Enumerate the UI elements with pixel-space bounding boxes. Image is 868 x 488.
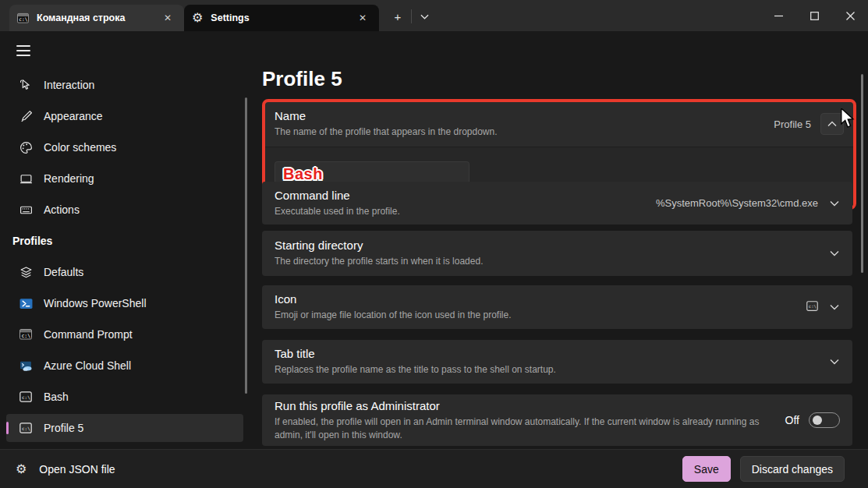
layers-icon bbox=[19, 265, 33, 279]
minimize-icon bbox=[774, 12, 783, 20]
sidebar-item-actions[interactable]: Actions bbox=[6, 196, 243, 224]
sidebar-item-profile-5[interactable]: c:\ Profile 5 bbox=[6, 414, 243, 442]
close-tab-icon[interactable]: ✕ bbox=[354, 9, 371, 27]
close-window-button[interactable] bbox=[832, 0, 868, 31]
divider bbox=[411, 9, 412, 23]
sidebar-item-rendering[interactable]: Rendering bbox=[6, 164, 243, 193]
sidebar-item-bash[interactable]: c:\ Bash bbox=[6, 383, 243, 411]
tab-settings[interactable]: ⚙ Settings ✕ bbox=[184, 5, 379, 31]
profile-icon-preview: c:\ bbox=[806, 300, 818, 315]
palette-icon bbox=[19, 140, 33, 154]
sidebar-item-appearance[interactable]: Appearance bbox=[6, 102, 243, 130]
sidebar-item-command-prompt[interactable]: c:\ Command Prompt bbox=[6, 320, 243, 348]
setting-description: The directory the profile starts in when… bbox=[275, 255, 806, 267]
terminal-icon: c:\ bbox=[19, 390, 33, 404]
minimize-button[interactable] bbox=[760, 0, 796, 31]
selection-accent-bar bbox=[6, 422, 9, 434]
setting-label: Name bbox=[275, 109, 774, 122]
azure-cloud-shell-icon bbox=[19, 359, 33, 373]
save-button[interactable]: Save bbox=[682, 456, 731, 482]
setting-value: Profile 5 bbox=[774, 118, 811, 130]
hamburger-menu-button[interactable] bbox=[11, 39, 36, 62]
setting-description: Executable used in the profile. bbox=[275, 205, 643, 217]
sidebar-scrollbar[interactable] bbox=[245, 97, 247, 394]
setting-label: Icon bbox=[275, 292, 794, 306]
sidebar-item-label: Profile 5 bbox=[44, 422, 83, 434]
open-json-file-label: Open JSON file bbox=[39, 463, 115, 476]
sidebar-item-label: Windows PowerShell bbox=[44, 297, 147, 309]
setting-row-name[interactable]: Name The name of the profile that appear… bbox=[265, 102, 853, 146]
tab-command-prompt[interactable]: c:\ Командная строка ✕ bbox=[9, 5, 184, 31]
sidebar-item-label: Color schemes bbox=[44, 141, 116, 154]
discard-changes-button[interactable]: Discard changes bbox=[740, 456, 845, 482]
toggle-state-label: Off bbox=[785, 414, 799, 426]
interaction-cursor-icon bbox=[19, 78, 33, 92]
tab-title: Settings bbox=[211, 12, 354, 23]
sidebar-item-label: Interaction bbox=[44, 79, 94, 91]
typed-text-annotation: Bash bbox=[283, 165, 323, 183]
profiles-section-header: Profiles bbox=[12, 227, 239, 255]
setting-description: Replaces the profile name as the title t… bbox=[275, 363, 806, 376]
sidebar-item-label: Bash bbox=[44, 391, 69, 403]
close-tab-icon[interactable]: ✕ bbox=[159, 9, 176, 27]
setting-row-starting-directory[interactable]: Starting directory The directory the pro… bbox=[262, 231, 852, 276]
terminal-icon: c:\ bbox=[19, 421, 33, 435]
windows-terminal-settings-window: c:\ Командная строка ✕ ⚙ Settings ✕ + bbox=[0, 0, 868, 488]
svg-text:c:\: c:\ bbox=[19, 16, 27, 21]
sidebar-item-label: Appearance bbox=[44, 110, 103, 122]
setting-label: Tab title bbox=[275, 347, 806, 360]
setting-row-icon[interactable]: Icon Emoji or image file location of the… bbox=[262, 285, 852, 329]
keyboard-icon bbox=[19, 203, 33, 217]
setting-label: Starting directory bbox=[275, 239, 806, 252]
powershell-icon bbox=[19, 296, 33, 310]
cmd-icon: c:\ bbox=[17, 12, 29, 24]
paintbrush-icon bbox=[19, 109, 33, 123]
setting-row-command-line[interactable]: Command line Executable used in the prof… bbox=[262, 182, 852, 225]
chevron-up-icon bbox=[827, 121, 837, 127]
setting-row-tab-title[interactable]: Tab title Replaces the profile name as t… bbox=[262, 340, 852, 384]
setting-label: Command line bbox=[275, 189, 643, 202]
close-icon bbox=[846, 12, 855, 20]
settings-sidebar: Interaction Appearance Color schemes Ren… bbox=[0, 31, 251, 449]
sidebar-item-label: Command Prompt bbox=[44, 328, 133, 341]
svg-text:c:\: c:\ bbox=[22, 426, 30, 431]
tab-title: Командная строка bbox=[37, 12, 159, 23]
content-scrollbar[interactable] bbox=[861, 74, 863, 273]
maximize-button[interactable] bbox=[796, 0, 832, 31]
tab-dropdown-button[interactable] bbox=[413, 6, 435, 27]
titlebar: c:\ Командная строка ✕ ⚙ Settings ✕ + bbox=[0, 0, 868, 31]
setting-description: Emoji or image file location of the icon… bbox=[275, 309, 794, 321]
setting-description: If enabled, the profile will open in an … bbox=[275, 416, 773, 440]
chevron-down-icon bbox=[829, 248, 840, 259]
footer-bar: ⚙ Open JSON file Save Discard changes bbox=[0, 449, 868, 488]
sidebar-item-azure-cloud-shell[interactable]: Azure Cloud Shell bbox=[6, 352, 243, 380]
admin-toggle-switch[interactable] bbox=[809, 412, 840, 428]
sidebar-item-label: Defaults bbox=[44, 266, 83, 278]
setting-row-run-as-administrator[interactable]: Run this profile as Administrator If ena… bbox=[262, 394, 852, 446]
sidebar-item-defaults[interactable]: Defaults bbox=[6, 258, 243, 286]
page-title: Profile 5 bbox=[262, 67, 342, 91]
setting-value: %SystemRoot%\System32\cmd.exe bbox=[656, 197, 818, 209]
svg-text:c:\: c:\ bbox=[22, 394, 30, 400]
new-tab-button[interactable]: + bbox=[387, 6, 409, 27]
sidebar-item-label: Azure Cloud Shell bbox=[44, 359, 131, 372]
maximize-icon bbox=[810, 12, 819, 20]
sidebar-item-color-schemes[interactable]: Color schemes bbox=[6, 133, 243, 161]
open-json-file-button[interactable]: ⚙ Open JSON file bbox=[12, 457, 119, 482]
gear-icon: ⚙ bbox=[192, 12, 203, 24]
cmd-icon: c:\ bbox=[19, 327, 33, 341]
monitor-icon bbox=[19, 172, 33, 186]
chevron-down-icon bbox=[829, 356, 840, 367]
chevron-down-icon bbox=[420, 14, 429, 19]
svg-text:c:\: c:\ bbox=[21, 333, 30, 339]
setting-description: The name of the profile that appears in … bbox=[275, 126, 774, 138]
setting-label: Run this profile as Administrator bbox=[275, 399, 773, 412]
sidebar-item-windows-powershell[interactable]: Windows PowerShell bbox=[6, 289, 243, 317]
sidebar-item-label: Rendering bbox=[44, 172, 94, 185]
svg-text:c:\: c:\ bbox=[809, 304, 817, 309]
main-region: Interaction Appearance Color schemes Ren… bbox=[0, 31, 868, 449]
gear-icon: ⚙ bbox=[16, 463, 27, 476]
sidebar-item-interaction[interactable]: Interaction bbox=[6, 71, 243, 99]
toggle-knob bbox=[813, 416, 822, 425]
mouse-cursor bbox=[840, 108, 856, 129]
